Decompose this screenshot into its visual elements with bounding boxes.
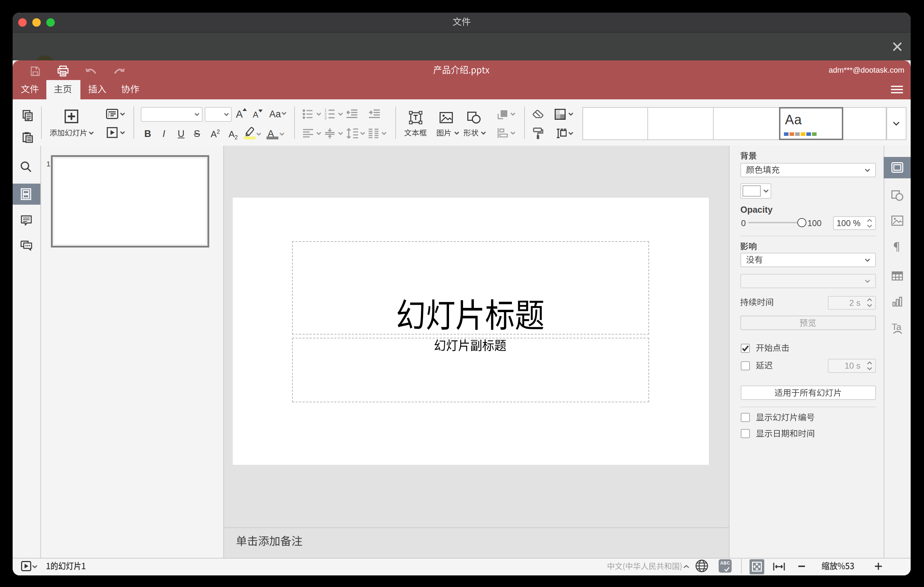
svg-text:3: 3 (324, 115, 327, 119)
